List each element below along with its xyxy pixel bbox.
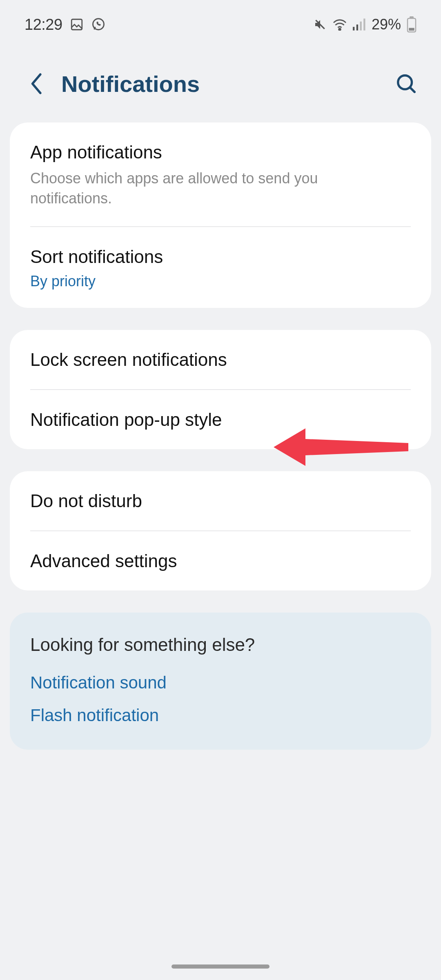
notification-popup-style-row[interactable]: Notification pop-up style xyxy=(10,390,431,449)
settings-group-3: Do not disturb Advanced settings xyxy=(10,471,431,590)
row-subtitle: Choose which apps are allowed to send yo… xyxy=(30,169,365,208)
svg-rect-0 xyxy=(71,19,82,30)
app-notifications-row[interactable]: App notifications Choose which apps are … xyxy=(10,122,431,226)
battery-icon xyxy=(407,16,416,33)
status-time: 12:29 xyxy=(24,16,62,33)
notification-sound-link[interactable]: Notification sound xyxy=(30,673,411,693)
signal-icon xyxy=(353,18,366,31)
svg-rect-10 xyxy=(409,28,414,31)
battery-percent: 29% xyxy=(372,16,401,33)
search-button[interactable] xyxy=(392,69,421,98)
back-button[interactable] xyxy=(24,71,49,96)
row-title: Lock screen notifications xyxy=(30,348,411,371)
page-title: Notifications xyxy=(61,71,392,97)
svg-rect-7 xyxy=(363,18,365,30)
mute-icon xyxy=(314,18,327,31)
status-left: 12:29 xyxy=(24,16,106,33)
sort-notifications-row[interactable]: Sort notifications By priority xyxy=(10,227,431,307)
status-right: 29% xyxy=(314,16,416,33)
gesture-bar xyxy=(172,964,270,969)
whatsapp-icon xyxy=(91,17,106,32)
svg-rect-6 xyxy=(360,22,361,31)
status-bar: 12:29 29% xyxy=(0,0,441,45)
flash-notification-link[interactable]: Flash notification xyxy=(30,706,411,725)
svg-line-12 xyxy=(410,87,414,92)
lock-screen-notifications-row[interactable]: Lock screen notifications xyxy=(10,330,431,389)
row-title: App notifications xyxy=(30,140,411,164)
looking-for-section: Looking for something else? Notification… xyxy=(10,612,431,750)
looking-for-title: Looking for something else? xyxy=(30,635,411,655)
settings-group-2: Lock screen notifications Notification p… xyxy=(10,330,431,449)
wifi-icon xyxy=(332,18,347,31)
row-title: Sort notifications xyxy=(30,245,411,268)
gallery-icon xyxy=(70,18,84,31)
row-title: Advanced settings xyxy=(30,549,411,572)
settings-group-1: App notifications Choose which apps are … xyxy=(10,122,431,308)
advanced-settings-row[interactable]: Advanced settings xyxy=(10,531,431,590)
row-title: Do not disturb xyxy=(30,489,411,512)
svg-point-3 xyxy=(339,29,341,31)
do-not-disturb-row[interactable]: Do not disturb xyxy=(10,471,431,530)
row-title: Notification pop-up style xyxy=(30,408,411,431)
svg-rect-4 xyxy=(353,27,354,31)
svg-rect-5 xyxy=(356,24,358,31)
row-value: By priority xyxy=(30,273,411,290)
page-header: Notifications xyxy=(0,45,441,122)
